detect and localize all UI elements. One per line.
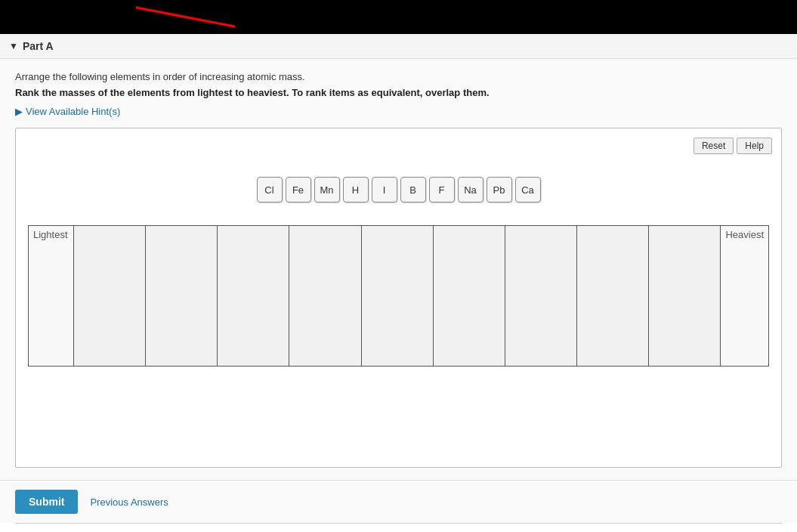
content-area: Arrange the following elements in order … <box>0 59 797 480</box>
bottom-divider <box>15 523 782 524</box>
element-tile-i[interactable]: I <box>372 177 397 203</box>
element-tile-na[interactable]: Na <box>458 177 483 203</box>
rank-cell-8[interactable] <box>577 226 649 366</box>
ranking-area: Lightest Heaviest <box>28 225 769 367</box>
help-button[interactable]: Help <box>737 138 772 154</box>
question-line1: Arrange the following elements in order … <box>15 71 782 82</box>
previous-answers-link[interactable]: Previous Answers <box>90 496 168 508</box>
hint-text: View Available Hint(s) <box>26 106 120 117</box>
interactive-box: Reset Help ClFeMnHIBFNaPbCa Lightest Hea… <box>15 128 782 468</box>
element-tile-b[interactable]: B <box>400 177 426 203</box>
reset-button[interactable]: Reset <box>694 138 734 154</box>
box-buttons: Reset Help <box>25 138 772 154</box>
rank-cell-1[interactable] <box>74 226 146 366</box>
bottom-bar: Submit Previous Answers <box>0 480 797 523</box>
rank-cell-5[interactable] <box>362 226 434 366</box>
rank-cell-2[interactable] <box>146 226 218 366</box>
red-arrow <box>136 4 242 30</box>
question-line2: Rank the masses of the elements from lig… <box>15 87 782 98</box>
rank-cell-3[interactable] <box>218 226 289 366</box>
hint-icon: ▶ <box>15 106 23 117</box>
element-tile-mn[interactable]: Mn <box>314 177 340 203</box>
rank-cell-7[interactable] <box>505 226 577 366</box>
part-toggle[interactable]: ▼ <box>9 41 18 51</box>
svg-line-0 <box>136 8 234 26</box>
part-label: Part A <box>23 40 54 52</box>
submit-button[interactable]: Submit <box>15 490 78 514</box>
element-tile-fe[interactable]: Fe <box>286 177 311 203</box>
element-tile-f[interactable]: F <box>429 177 455 203</box>
hint-link[interactable]: ▶ View Available Hint(s) <box>15 106 782 117</box>
elements-row: ClFeMnHIBFNaPbCa <box>25 162 772 225</box>
rank-cell-6[interactable] <box>434 226 505 366</box>
rank-cell-4[interactable] <box>289 226 361 366</box>
element-tile-ca[interactable]: Ca <box>515 177 541 203</box>
element-tile-h[interactable]: H <box>343 177 369 203</box>
top-bar <box>0 0 797 34</box>
rank-cells <box>74 226 720 366</box>
element-tile-cl[interactable]: Cl <box>257 177 283 203</box>
rank-cell-9[interactable] <box>649 226 720 366</box>
rank-label-heaviest: Heaviest <box>720 226 768 366</box>
part-header: ▼ Part A <box>0 34 797 59</box>
element-tile-pb[interactable]: Pb <box>487 177 512 203</box>
rank-label-lightest: Lightest <box>29 226 74 366</box>
